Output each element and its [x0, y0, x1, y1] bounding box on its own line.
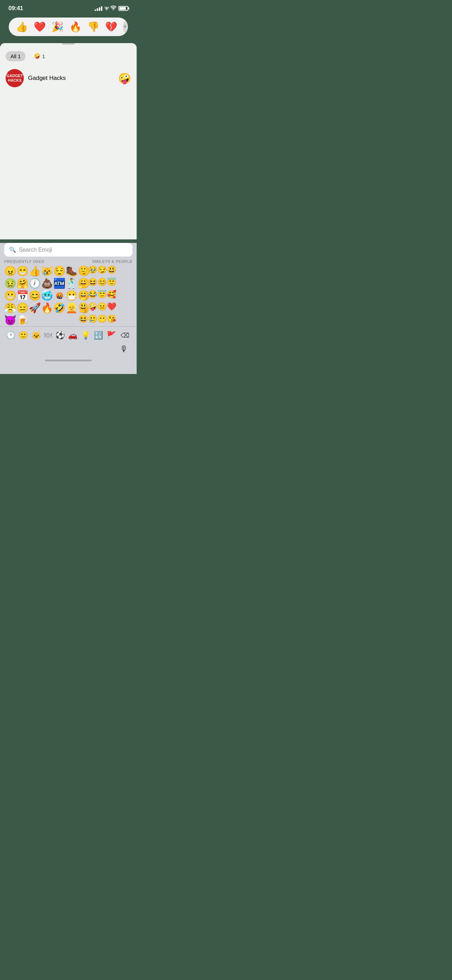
category-objects-icon[interactable]: 💡: [80, 329, 92, 341]
emoji-cell[interactable]: 😀: [78, 277, 88, 287]
emoji-cell[interactable]: 😏: [97, 265, 107, 274]
search-placeholder: Search Emoji: [19, 247, 52, 253]
emoji-cell[interactable]: 🤪: [88, 302, 97, 311]
reaction-bar-container: 👍 ❤️ 🎉 🔥 👎 💔 +: [0, 15, 137, 40]
keyboard-area: 🔍 Search Emoji FREQUENTLY USED SMILEYS &…: [0, 243, 137, 374]
emoji-cell[interactable]: 😿: [41, 265, 53, 277]
emoji-cell[interactable]: 🤣: [53, 302, 65, 314]
category-food-icon[interactable]: 🍽: [43, 329, 53, 341]
reaction-fire[interactable]: 🔥: [69, 21, 82, 33]
reaction-thumbsup[interactable]: 👍: [16, 21, 28, 33]
emoji-grid-wrapper: 😠 😁 👍 😿 😌 🥾 🙄 🤢 🤗 🕖 💩 🏧 🕺 🤔 😬 📅 😊 🥶 🤬 😷 …: [0, 265, 137, 326]
emoji-cell[interactable]: 🥶: [41, 290, 53, 302]
category-smileys-icon[interactable]: 🙂: [17, 329, 29, 341]
main-content: All 1 🤪 1 GADGETHACKS Gadget Hacks 🤪: [0, 43, 137, 239]
search-icon: 🔍: [9, 247, 16, 253]
home-indicator: [45, 360, 92, 361]
category-symbols-icon[interactable]: 🔣: [92, 329, 104, 341]
emoji-cell[interactable]: 😠: [4, 265, 16, 277]
wifi-icon: 𝚿: [104, 6, 116, 11]
emoji-cell[interactable]: 🕖: [29, 277, 41, 290]
reaction-brokenheart[interactable]: 💔: [105, 21, 118, 33]
emoji-cell[interactable]: 😑: [16, 302, 29, 314]
microphone-icon[interactable]: 🎙: [120, 344, 128, 354]
emoji-cell[interactable]: 😃: [78, 302, 88, 311]
reaction-thumbsdown[interactable]: 👎: [87, 21, 100, 33]
category-bar: 🕐 🙂 🐱 🍽 ⚽ 🚗 💡 🔣 🚩 ⌫: [0, 326, 137, 343]
reaction-bar: 👍 ❤️ 🎉 🔥 👎 💔 +: [9, 18, 128, 36]
emoji-cell[interactable]: 😆: [78, 314, 88, 323]
emoji-cell[interactable]: 🏧: [53, 277, 65, 290]
emoji-cell[interactable]: 🙂: [78, 265, 88, 274]
emoji-cell[interactable]: ❤️: [107, 302, 116, 311]
emoji-cell[interactable]: 😊: [97, 277, 107, 287]
emoji-cell[interactable]: 😊: [29, 290, 41, 302]
mic-row: 🎙: [0, 343, 137, 357]
emoji-cell[interactable]: 👱: [65, 302, 78, 314]
status-time: 09:41: [8, 5, 23, 12]
emoji-cell[interactable]: 🥰: [107, 290, 116, 299]
emoji-cell[interactable]: 😤: [4, 302, 16, 314]
smileys-label: SMILEYS & PEOPLE: [92, 259, 132, 264]
emoji-cell[interactable]: 🍺: [16, 314, 29, 326]
emoji-cell[interactable]: 😐: [97, 302, 107, 311]
emoji-cell[interactable]: 🚀: [29, 302, 41, 314]
emoji-cell[interactable]: 😄: [78, 290, 88, 299]
emoji-cell[interactable]: 😘: [107, 314, 116, 323]
signal-bars-icon: [95, 6, 102, 11]
frequently-used-grid: 😠 😁 👍 😿 😌 🥾 🙄 🤢 🤗 🕖 💩 🏧 🕺 🤔 😬 📅 😊 🥶 🤬 😷 …: [4, 265, 78, 326]
reaction-heart[interactable]: ❤️: [33, 21, 46, 33]
message-item[interactable]: GADGETHACKS Gadget Hacks 🤪: [0, 65, 137, 91]
emoji-cell[interactable]: 😶: [97, 314, 107, 323]
emoji-cell[interactable]: 😂: [88, 290, 97, 299]
status-bar: 09:41 𝚿: [0, 0, 137, 15]
emoji-cell[interactable]: 😆: [88, 277, 97, 287]
smileys-grid: 🙂 🥹 😏 😃 😀 😆 😊 😇 😄 😂 😇 🥰 😃 🤪 😐 ❤️ 😆 🥲 😶 😘: [78, 265, 116, 326]
emoji-cell[interactable]: 🕺: [65, 277, 78, 290]
delete-key[interactable]: ⌫: [118, 330, 132, 341]
emoji-cell[interactable]: 👍: [29, 265, 41, 277]
category-animals-icon[interactable]: 🐱: [30, 329, 42, 341]
avatar: GADGETHACKS: [6, 69, 24, 87]
pull-handle: [62, 43, 75, 45]
emoji-cell[interactable]: 💩: [41, 277, 53, 290]
category-travel-icon[interactable]: 🚗: [67, 329, 79, 341]
tab-emoji-reaction[interactable]: 🤪 1: [29, 51, 50, 61]
emoji-cell[interactable]: 🤗: [16, 277, 29, 290]
filter-tabs: All 1 🤪 1: [0, 46, 137, 65]
emoji-cell[interactable]: 😌: [53, 265, 65, 277]
emoji-cell[interactable]: 📅: [16, 290, 29, 302]
emoji-cell[interactable]: 😬: [4, 290, 16, 302]
emoji-cell[interactable]: 😃: [107, 265, 116, 274]
emoji-cell[interactable]: 😈: [4, 314, 16, 326]
reaction-add-button[interactable]: +: [123, 21, 127, 33]
category-flags-icon[interactable]: 🚩: [105, 329, 118, 341]
status-icons: 𝚿: [95, 6, 128, 11]
emoji-cell[interactable]: 😇: [97, 290, 107, 299]
emoji-section-labels: FREQUENTLY USED SMILEYS & PEOPLE: [0, 259, 137, 265]
emoji-cell[interactable]: 🤢: [4, 277, 16, 290]
emoji-cell[interactable]: 😇: [107, 277, 116, 287]
emoji-cell[interactable]: 🥲: [88, 314, 97, 323]
category-activities-icon[interactable]: ⚽: [54, 329, 66, 341]
reaction-party[interactable]: 🎉: [51, 21, 64, 33]
emoji-cell[interactable]: 🥾: [65, 265, 78, 277]
category-recent-icon[interactable]: 🕐: [5, 329, 17, 341]
emoji-cell[interactable]: 🥹: [88, 265, 97, 274]
message-reaction-emoji: 🤪: [118, 72, 131, 84]
tab-all[interactable]: All 1: [6, 51, 25, 61]
search-bar[interactable]: 🔍 Search Emoji: [4, 243, 132, 256]
emoji-cell[interactable]: 🤬: [53, 290, 65, 302]
emoji-cell[interactable]: 😁: [16, 265, 29, 277]
emoji-cell[interactable]: 🔥: [41, 302, 53, 314]
frequently-used-label: FREQUENTLY USED: [4, 259, 92, 264]
emoji-cell[interactable]: 😷: [65, 290, 78, 302]
message-sender-name: Gadget Hacks: [28, 75, 66, 82]
battery-icon: [118, 6, 128, 11]
